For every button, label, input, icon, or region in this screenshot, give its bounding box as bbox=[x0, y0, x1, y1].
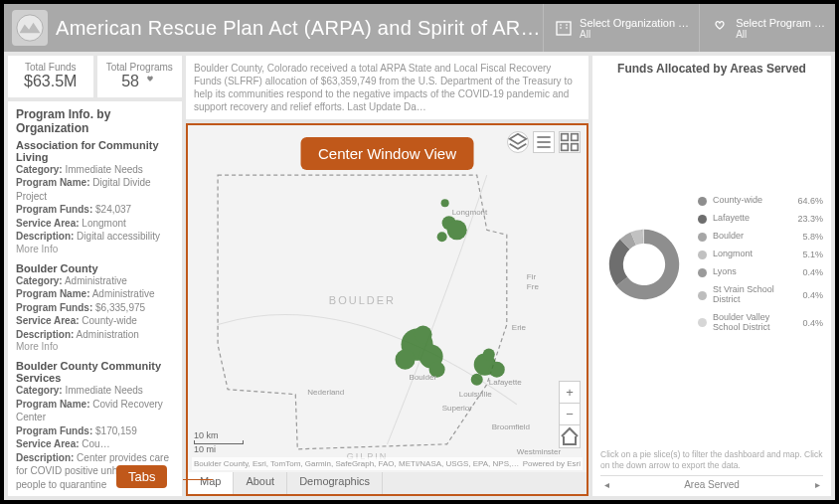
svg-text:Lafayette: Lafayette bbox=[489, 378, 523, 387]
svg-text:Louisville: Louisville bbox=[459, 390, 493, 399]
pager-next[interactable]: ▸ bbox=[811, 479, 823, 490]
svg-point-12 bbox=[396, 350, 416, 370]
legend-value: 5.8% bbox=[802, 232, 823, 242]
filter-prog-label: Select Program … bbox=[736, 17, 825, 29]
svg-text:Fir: Fir bbox=[527, 272, 537, 281]
org-item: Boulder CountyCategory: AdministrativePr… bbox=[16, 262, 174, 353]
org-name: Association for Community Living bbox=[16, 139, 174, 163]
app-logo bbox=[12, 10, 48, 46]
legend-name: Lafayette bbox=[713, 214, 791, 224]
svg-point-19 bbox=[441, 199, 449, 207]
filter-org-label: Select Organization … bbox=[580, 17, 689, 29]
legend-dot-icon bbox=[698, 318, 707, 327]
legend-dot-icon bbox=[698, 268, 707, 277]
more-info-link[interactable]: More Info bbox=[16, 244, 174, 254]
kpi-total-funds: Total Funds $63.5M bbox=[8, 56, 93, 97]
filter-prog-value: All bbox=[736, 29, 825, 40]
svg-point-18 bbox=[483, 349, 495, 361]
page-title: American Rescue Plan Act (ARPA) and Spir… bbox=[56, 17, 543, 40]
annotation-tabs: Tabs bbox=[116, 465, 167, 488]
kpi-programs-label: Total Programs bbox=[100, 62, 180, 73]
svg-rect-35 bbox=[572, 134, 579, 141]
map-attribution: Boulder County, Esri, TomTom, Garmin, Sa… bbox=[192, 457, 583, 470]
org-name: Boulder County bbox=[16, 262, 174, 274]
home-extent-button[interactable] bbox=[560, 425, 580, 447]
scale-bar: 10 km 10 mi bbox=[194, 430, 244, 454]
legend-dot-icon bbox=[698, 197, 707, 206]
legend-dot-icon bbox=[698, 251, 707, 259]
legend-value: 0.4% bbox=[802, 318, 823, 328]
map-widget[interactable]: Center Window View BOULDER GILPIN bbox=[186, 123, 588, 496]
tab-demographics[interactable]: Demographics bbox=[287, 472, 383, 494]
legend-value: 23.3% bbox=[797, 214, 823, 224]
tab-map[interactable]: Map bbox=[188, 472, 234, 494]
legend-item[interactable]: Longmont5.1% bbox=[698, 250, 823, 259]
legend-value: 0.4% bbox=[802, 267, 823, 277]
svg-text:Erie: Erie bbox=[512, 323, 527, 332]
legend-name: Boulder bbox=[713, 232, 796, 242]
building-icon bbox=[554, 18, 574, 38]
svg-text:Westminster: Westminster bbox=[517, 447, 562, 456]
legend-name: St Vrain School District bbox=[713, 285, 796, 305]
basemap-icon[interactable] bbox=[559, 131, 581, 153]
kpi-total-programs: Total Programs 58 bbox=[97, 56, 183, 97]
tab-about[interactable]: About bbox=[234, 472, 287, 494]
svg-text:Broomfield: Broomfield bbox=[492, 422, 530, 431]
legend-value: 5.1% bbox=[802, 250, 823, 259]
svg-point-0 bbox=[17, 15, 43, 41]
legend-name: Longmont bbox=[713, 250, 796, 259]
legend-name: Lyons bbox=[713, 267, 796, 277]
legend-name: Boulder Valley School District bbox=[713, 313, 796, 333]
svg-text:Longmont: Longmont bbox=[452, 208, 488, 217]
donut-chart[interactable] bbox=[600, 221, 688, 308]
svg-rect-37 bbox=[572, 144, 579, 151]
svg-rect-36 bbox=[562, 144, 569, 151]
org-panel-title: Program Info. by Organization bbox=[16, 107, 174, 135]
layers-icon[interactable] bbox=[507, 131, 529, 153]
legend-item[interactable]: Lafayette23.3% bbox=[698, 214, 823, 224]
zoom-control[interactable]: + − bbox=[559, 381, 581, 448]
legend-item[interactable]: Boulder5.8% bbox=[698, 232, 823, 242]
chart-hint: Click on a pie slice(s) to filter the da… bbox=[600, 445, 823, 475]
svg-point-14 bbox=[415, 326, 432, 344]
kpi-funds-label: Total Funds bbox=[11, 62, 90, 73]
svg-rect-1 bbox=[557, 22, 571, 35]
legend-name: County-wide bbox=[713, 196, 791, 206]
org-item: Association for Community LivingCategory… bbox=[16, 139, 174, 254]
legend-item[interactable]: County-wide64.6% bbox=[698, 196, 823, 206]
legend-item[interactable]: Boulder Valley School District0.4% bbox=[698, 313, 823, 333]
map-region-label: BOULDER bbox=[329, 294, 396, 306]
chart-pager: ◂ Area Served ▸ bbox=[600, 475, 823, 490]
legend-dot-icon bbox=[698, 233, 707, 242]
heart-icon bbox=[143, 74, 157, 91]
svg-point-16 bbox=[489, 362, 505, 378]
pager-label: Area Served bbox=[684, 479, 740, 490]
legend-icon[interactable] bbox=[533, 131, 555, 153]
legend-value: 64.6% bbox=[797, 196, 823, 206]
intro-text: Boulder County, Colorado received a tota… bbox=[186, 56, 588, 119]
legend-item[interactable]: Lyons0.4% bbox=[698, 267, 823, 277]
zoom-in-button[interactable]: + bbox=[560, 382, 580, 404]
pager-prev[interactable]: ◂ bbox=[600, 479, 612, 490]
svg-point-8 bbox=[447, 220, 467, 240]
chart-title: Funds Allocated by Areas Served bbox=[600, 62, 823, 76]
svg-text:Fre: Fre bbox=[527, 282, 540, 291]
map-tabs: Map About Demographics bbox=[188, 472, 587, 494]
svg-text:Nederland: Nederland bbox=[307, 388, 344, 397]
filter-program[interactable]: Select Program … All bbox=[699, 4, 835, 52]
heart-hands-icon bbox=[710, 18, 730, 38]
filter-organization[interactable]: Select Organization … All bbox=[543, 4, 699, 52]
legend-dot-icon bbox=[698, 215, 707, 224]
svg-text:Boulder: Boulder bbox=[410, 373, 437, 382]
kpi-funds-value: $63.5M bbox=[11, 73, 90, 90]
more-info-link[interactable]: More Info bbox=[16, 341, 174, 352]
kpi-programs-value: 58 bbox=[121, 73, 139, 89]
legend-item[interactable]: St Vrain School District0.4% bbox=[698, 285, 823, 305]
annotation-center-view: Center Window View bbox=[300, 137, 474, 170]
chart-areas-served: Funds Allocated by Areas Served County-w… bbox=[592, 56, 831, 496]
svg-rect-34 bbox=[562, 134, 569, 141]
svg-point-9 bbox=[437, 232, 447, 242]
svg-point-17 bbox=[471, 374, 483, 386]
zoom-out-button[interactable]: − bbox=[560, 404, 580, 425]
annotation-tabs-line bbox=[183, 479, 213, 480]
